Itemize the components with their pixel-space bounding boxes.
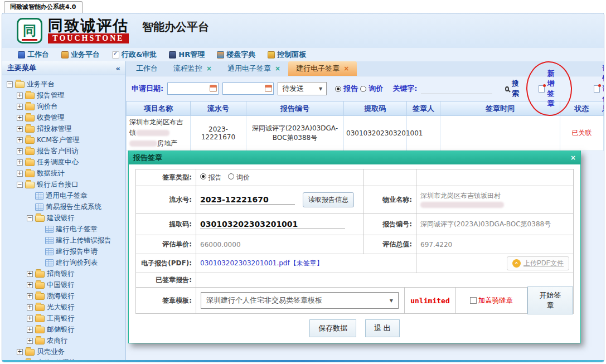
sidebar-item-label[interactable]: 收费管理 xyxy=(37,113,65,123)
keyword-input[interactable] xyxy=(421,83,492,94)
sidebar-item[interactable]: 银行后台接口 xyxy=(3,179,124,190)
sidebar-collapse-icon[interactable]: « xyxy=(116,64,120,72)
column-header[interactable]: 签章人 xyxy=(407,101,440,116)
sidebar-item[interactable]: 光大银行 xyxy=(3,302,124,313)
column-header[interactable]: 流水号 xyxy=(191,101,246,116)
sidebar-item[interactable]: 任务调度中心 xyxy=(3,157,124,168)
dialog-header[interactable]: 报告签章 × xyxy=(129,151,580,164)
collapse-expander-icon[interactable] xyxy=(27,215,33,221)
dialog-report-radio-label[interactable]: 报告 xyxy=(209,173,222,181)
sidebar-item-label[interactable]: 贝壳业务 xyxy=(37,347,65,357)
sidebar-item-label[interactable]: 任务调度中心 xyxy=(37,158,79,167)
menu-item-approval[interactable]: 行政&审批 xyxy=(112,50,157,60)
sidebar-item[interactable]: 渤海银行 xyxy=(3,290,124,302)
expand-expander-icon[interactable] xyxy=(17,93,23,99)
tab-workbench[interactable]: 工作台 xyxy=(128,61,166,76)
sidebar-item-label[interactable]: 数据统计 xyxy=(37,169,65,178)
sidebar-item-label[interactable]: 工商银行 xyxy=(47,314,75,323)
expand-expander-icon[interactable] xyxy=(27,293,33,299)
expand-expander-icon[interactable] xyxy=(17,104,23,110)
calendar-icon[interactable] xyxy=(210,85,217,92)
inquiry-radio[interactable] xyxy=(360,86,366,92)
upload-pdf-button[interactable]: ^ 上传PDF文件 xyxy=(507,256,569,270)
sidebar-item[interactable]: 业务平台 xyxy=(3,79,124,90)
sidebar-item[interactable]: 房价E估系统 xyxy=(3,357,124,362)
expand-expander-icon[interactable] xyxy=(27,271,33,277)
code-input[interactable] xyxy=(200,220,345,229)
sidebar-item-label[interactable]: 建行上传错误报告 xyxy=(56,236,111,245)
sidebar-item-label[interactable]: 招投标管理 xyxy=(37,124,72,134)
read-report-info-button[interactable]: 读取报告信息 xyxy=(303,192,354,207)
expand-expander-icon[interactable] xyxy=(17,159,23,166)
sidebar-item[interactable]: 报告管理 xyxy=(3,90,124,101)
sidebar-item-label[interactable]: 报告客户回访 xyxy=(37,147,79,156)
sidebar-item[interactable]: 建行上传错误报告 xyxy=(3,235,124,246)
expand-expander-icon[interactable] xyxy=(17,137,23,143)
sidebar-item-label[interactable]: 邮储银行 xyxy=(47,325,75,334)
sidebar-item-label[interactable]: 简易报告生成系统 xyxy=(46,202,101,212)
sidebar-item-label[interactable]: 光大银行 xyxy=(47,303,75,312)
sidebar-item-label[interactable]: 建设银行 xyxy=(47,213,75,223)
column-header[interactable]: 报告编号 xyxy=(246,101,344,116)
sidebar-item-label[interactable]: 建行电子签章 xyxy=(56,225,98,234)
sidebar-item-label[interactable]: 银行后台接口 xyxy=(37,180,79,190)
dialog-inquiry-radio-label[interactable]: 询价 xyxy=(236,173,250,181)
sidebar-item-label[interactable]: 房价E估系统 xyxy=(37,358,76,362)
sidebar-item[interactable]: 收费管理 xyxy=(3,112,124,123)
search-button[interactable]: 搜 索 xyxy=(505,79,520,99)
sidebar-item[interactable]: 简易报告生成系统 xyxy=(3,201,124,212)
menu-item-control-panel[interactable]: 控制面板 xyxy=(268,50,306,60)
serial-input[interactable] xyxy=(200,195,295,205)
menu-item-building-dict[interactable]: 楼盘字典 xyxy=(217,50,255,60)
sidebar-item[interactable]: 招商银行 xyxy=(3,268,124,279)
tab-ccb-esign[interactable]: 建行电子签章× xyxy=(288,61,357,76)
dialog-inquiry-radio[interactable] xyxy=(228,173,234,179)
tab-close-icon[interactable]: × xyxy=(206,65,212,72)
exit-button[interactable]: 退 出 xyxy=(365,319,400,337)
dialog-report-radio[interactable] xyxy=(200,173,206,179)
sidebar-item[interactable]: 建行询价列表 xyxy=(3,257,124,268)
sidebar-item-label[interactable]: 农商行 xyxy=(47,336,68,346)
expand-expander-icon[interactable] xyxy=(17,115,23,121)
expand-expander-icon[interactable] xyxy=(17,126,23,132)
read-error-button[interactable]: 读错误信息 xyxy=(594,64,604,114)
close-icon[interactable]: × xyxy=(570,154,576,162)
collapse-expander-icon[interactable] xyxy=(17,182,23,188)
save-data-button[interactable]: 保存数据 xyxy=(309,319,356,337)
status-select[interactable]: 待发送▼ xyxy=(278,82,327,95)
expand-expander-icon[interactable] xyxy=(17,360,23,362)
menu-item-workbench[interactable]: 工作台 xyxy=(18,50,49,60)
expand-expander-icon[interactable] xyxy=(27,304,33,310)
sidebar-item-label[interactable]: 招商银行 xyxy=(47,269,75,279)
collapse-expander-icon[interactable] xyxy=(7,81,13,88)
tab-process-monitor[interactable]: 流程监控× xyxy=(166,61,220,76)
column-header[interactable]: 项目名称 xyxy=(127,101,191,116)
sidebar-item[interactable]: 农商行 xyxy=(3,335,124,346)
tab-close-icon[interactable]: × xyxy=(275,65,280,72)
sidebar-item-label[interactable]: 中国银行 xyxy=(47,280,75,290)
window-tab[interactable]: 同致诚智能办公系统4.0 xyxy=(4,1,83,13)
sidebar-item[interactable]: 报告客户回访 xyxy=(3,145,124,157)
sidebar-item[interactable]: 数据统计 xyxy=(3,168,124,179)
expand-expander-icon[interactable] xyxy=(27,327,33,333)
sidebar-item[interactable]: 建行报告申请 xyxy=(3,246,124,257)
tab-close-icon[interactable]: × xyxy=(343,65,349,72)
column-header[interactable]: 提取码 xyxy=(344,101,407,116)
expand-expander-icon[interactable] xyxy=(17,171,23,177)
expand-expander-icon[interactable] xyxy=(17,349,23,355)
sidebar-item[interactable]: 招投标管理 xyxy=(3,123,124,134)
inquiry-radio-label[interactable]: 询价 xyxy=(369,84,383,94)
calendar-icon[interactable] xyxy=(265,85,272,92)
cross-page-seal-label[interactable]: 加盖骑缝章 xyxy=(478,296,513,305)
start-sign-button[interactable]: 开始签章 xyxy=(527,287,573,314)
sidebar-item-label[interactable]: KCM客户管理 xyxy=(37,135,80,145)
sidebar-item-label[interactable]: 报告管理 xyxy=(37,91,65,100)
sidebar-item-label[interactable]: 建行报告申请 xyxy=(56,247,98,256)
expand-expander-icon[interactable] xyxy=(27,338,33,344)
sidebar-item[interactable]: 询价台 xyxy=(3,101,124,112)
table-row[interactable]: 深圳市龙岗区布吉镇 房地产 2023-12221670 深同诚评字(2023A)… xyxy=(127,116,604,151)
sidebar-item-label[interactable]: 渤海银行 xyxy=(47,292,75,301)
sidebar-item-label[interactable]: 通用电子签章 xyxy=(46,191,88,201)
expand-expander-icon[interactable] xyxy=(27,282,33,288)
sidebar-item[interactable]: KCM客户管理 xyxy=(3,134,124,145)
